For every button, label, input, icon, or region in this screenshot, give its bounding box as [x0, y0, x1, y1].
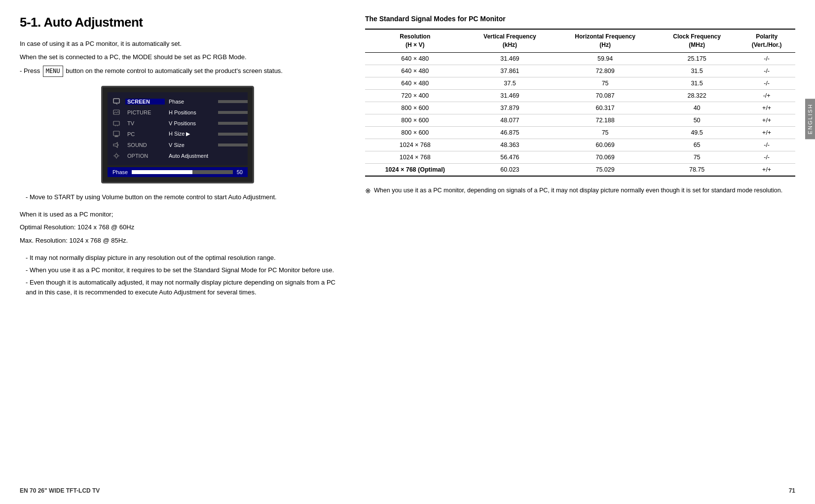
menu-row-screen: SCREEN Phase [108, 96, 248, 107]
col-resolution: Resolution(H × V) [365, 29, 465, 52]
option-icon [108, 152, 125, 159]
footer-left: EN 70 26" WIDE TFT-LCD TV [20, 487, 100, 494]
cell-resolution: 800 × 600 [365, 114, 465, 126]
para-3: - Press MENU button on the remote contro… [20, 66, 335, 77]
note-row: ※ When you use it as a PC monitor, depen… [365, 185, 795, 196]
cell-hfreq: 75 [555, 126, 656, 139]
cell-resolution: 1024 × 768 [365, 151, 465, 163]
para-1: In case of using it as a PC monitor, it … [20, 39, 335, 49]
screen-icon [108, 98, 125, 105]
note-symbol: ※ [365, 185, 371, 196]
para-2: When the set is connected to a PC, the M… [20, 52, 335, 63]
svg-rect-0 [113, 99, 119, 103]
menu-label-screen: SCREEN [125, 99, 165, 105]
table-row: 800 × 60046.8757549.5+/+ [365, 126, 795, 139]
menu-row-picture: PICTURE H Positions [108, 107, 248, 118]
tv-icon [108, 120, 125, 127]
cell-clock: 78.75 [656, 163, 738, 176]
para-9: - When you use it as a PC monitor, it re… [20, 265, 335, 276]
menu-row-pc: PC H Size ▶ [108, 129, 248, 140]
hsize-bar [218, 133, 248, 136]
menu-right-pc: H Size ▶ [165, 131, 248, 137]
para-8: - It may not normally display picture in… [20, 253, 335, 263]
menu-right-picture: H Positions [165, 109, 248, 115]
para-4: - Move to START by using Volume button o… [20, 192, 335, 203]
cell-vfreq: 37.5 [465, 77, 555, 89]
col-hfreq: Horizontal Frequency(Hz) [555, 29, 656, 52]
cell-polarity: +/+ [738, 163, 795, 176]
para-10: - Even though it is automatically adjust… [20, 278, 335, 298]
para-3-suffix: button on the remote control to automati… [64, 67, 283, 74]
sound-icon [108, 142, 125, 148]
cell-resolution: 1024 × 768 [365, 139, 465, 151]
cell-polarity: -/- [738, 52, 795, 65]
progress-bar [132, 170, 233, 174]
cell-resolution: 1024 × 768 (Optimal) [365, 163, 465, 176]
menu-right-sound: V Size [165, 142, 248, 148]
cell-polarity: +/+ [738, 102, 795, 114]
phase-bar [218, 100, 248, 103]
para-6: Optimal Resolution: 1024 x 768 @ 60Hz [20, 222, 335, 233]
table-header-row: Resolution(H × V) Vertical Frequency(kHz… [365, 29, 795, 52]
cell-clock: 31.5 [656, 77, 738, 89]
cell-polarity: -/- [738, 77, 795, 89]
menu-right-sound-label: V Size [169, 142, 185, 148]
pc-icon [108, 131, 125, 138]
cell-hfreq: 72.188 [555, 114, 656, 126]
col-vfreq: Vertical Frequency(kHz) [465, 29, 555, 52]
cell-hfreq: 75.029 [555, 163, 656, 176]
table-row: 640 × 48031.46959.9425.175-/- [365, 52, 795, 65]
cell-vfreq: 31.469 [465, 89, 555, 102]
bottom-label: Phase [112, 169, 128, 175]
menu-right-tv: V Positions [165, 120, 248, 126]
menu-row-option: OPTION Auto Adjustment [108, 150, 248, 161]
menu-right-pc-label: H Size ▶ [169, 131, 190, 137]
page-title: 5-1. Auto Adjustment [20, 15, 335, 30]
cell-vfreq: 46.875 [465, 126, 555, 139]
table-row: 1024 × 76856.47670.06975-/- [365, 151, 795, 163]
cell-clock: 31.5 [656, 65, 738, 77]
bottom-value: 50 [237, 169, 243, 175]
table-row: 800 × 60037.87960.31740+/+ [365, 102, 795, 114]
cell-clock: 28.322 [656, 89, 738, 102]
para-5: When it is used as a PC monitor; [20, 210, 335, 220]
cell-clock: 50 [656, 114, 738, 126]
cell-resolution: 720 × 400 [365, 89, 465, 102]
cell-clock: 25.175 [656, 52, 738, 65]
cell-clock: 49.5 [656, 126, 738, 139]
screen-mockup: SCREEN Phase PICTURE H Positions [101, 86, 254, 183]
table-row: 1024 × 768 (Optimal)60.02375.02978.75+/+ [365, 163, 795, 176]
table-row: 800 × 60048.07772.18850+/+ [365, 114, 795, 126]
cell-polarity: -/- [738, 151, 795, 163]
cell-vfreq: 48.077 [465, 114, 555, 126]
cell-polarity: -/- [738, 65, 795, 77]
menu-row-sound: SOUND V Size [108, 140, 248, 150]
menu-label-option: OPTION [125, 153, 165, 159]
cell-vfreq: 56.476 [465, 151, 555, 163]
screen-bottom-bar: Phase 50 [108, 167, 248, 177]
language-sidebar: ENGLISH [805, 99, 815, 139]
menu-right-tv-label: V Positions [169, 120, 196, 126]
cell-resolution: 640 × 480 [365, 77, 465, 89]
cell-vfreq: 37.879 [465, 102, 555, 114]
cell-clock: 65 [656, 139, 738, 151]
menu-label-sound: SOUND [125, 142, 165, 148]
menu-label-pc: PC [125, 131, 165, 137]
menu-right-option: Auto Adjustment [165, 153, 248, 159]
footer-right: 71 [789, 487, 795, 494]
picture-icon [108, 109, 125, 116]
page-footer: EN 70 26" WIDE TFT-LCD TV 71 [0, 487, 815, 494]
menu-key: MENU [43, 66, 63, 77]
cell-hfreq: 60.317 [555, 102, 656, 114]
cell-vfreq: 37.861 [465, 65, 555, 77]
cell-hfreq: 70.087 [555, 89, 656, 102]
col-polarity: Polarity(Vert./Hor.) [738, 29, 795, 52]
cell-clock: 75 [656, 151, 738, 163]
left-column: 5-1. Auto Adjustment In case of using it… [20, 15, 335, 474]
cell-polarity: +/+ [738, 114, 795, 126]
menu-label-tv: TV [125, 120, 165, 126]
menu-right-screen: Phase [165, 99, 248, 105]
svg-point-10 [115, 154, 118, 157]
cell-vfreq: 48.363 [465, 139, 555, 151]
menu-right-picture-label: H Positions [169, 109, 196, 115]
